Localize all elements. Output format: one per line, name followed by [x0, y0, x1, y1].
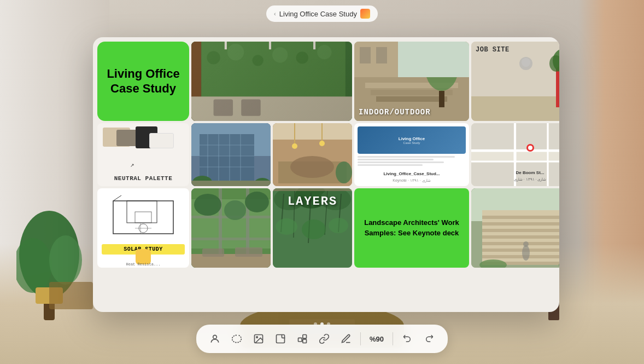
- svg-rect-120: [482, 255, 559, 258]
- indoor-outdoor-photo[interactable]: INDOOR/OUTDOOR: [354, 42, 469, 121]
- layers-label: LAYERS: [288, 195, 337, 209]
- building-exterior-photo[interactable]: [471, 188, 559, 268]
- svg-rect-40: [376, 47, 387, 63]
- svg-rect-129: [276, 335, 284, 343]
- sketch-svg: [108, 193, 179, 239]
- keynote-filename: Living_Office_Case_Stud...: [383, 171, 440, 176]
- title-card[interactable]: Living Office Case Study: [97, 42, 189, 121]
- draw-button[interactable]: [336, 329, 356, 349]
- svg-point-92: [194, 194, 221, 216]
- svg-rect-5: [113, 201, 173, 234]
- breadcrumb-back-icon: ‹: [274, 10, 276, 17]
- svg-rect-9: [135, 212, 151, 223]
- svg-rect-97: [235, 247, 262, 257]
- link-button[interactable]: [314, 329, 334, 349]
- toolbar-separator-2: [393, 332, 393, 345]
- map-svg: [471, 123, 559, 186]
- map-filename: De Boom St...: [473, 170, 559, 175]
- toolbar: %90: [196, 325, 448, 353]
- glass-building-svg: [191, 123, 271, 186]
- svg-rect-132: [303, 339, 307, 343]
- svg-point-69: [292, 143, 297, 149]
- red-vase-card[interactable]: JOB SITE: [471, 42, 559, 121]
- green-wall-2-photo[interactable]: [191, 188, 271, 268]
- svg-rect-130: [298, 338, 302, 342]
- svg-point-67: [290, 156, 334, 178]
- shapes-button[interactable]: [292, 329, 312, 349]
- toolbar-separator-1: [360, 332, 361, 345]
- neutral-palette-label: NEUTRAL PALETTE: [114, 175, 173, 182]
- svg-point-109: [329, 218, 348, 233]
- top-bar: ‹ Living Office Case Study: [0, 0, 644, 27]
- side-table: [49, 282, 93, 309]
- svg-rect-115: [482, 222, 559, 226]
- keynote-header: Living Office Case Study: [358, 126, 466, 154]
- svg-rect-117: [482, 235, 559, 239]
- redo-button[interactable]: [419, 329, 439, 349]
- layers-photo[interactable]: LAYERS: [273, 188, 352, 268]
- svg-rect-118: [482, 242, 559, 245]
- svg-line-7: [113, 195, 121, 201]
- arrow-annotation: ↗: [130, 163, 134, 168]
- svg-point-72: [336, 161, 352, 183]
- svg-rect-39: [360, 47, 371, 63]
- svg-point-93: [224, 200, 246, 220]
- svg-point-128: [256, 337, 258, 338]
- canvas-window: Living Office Case Study ↗ NEUTRAL PALET…: [93, 37, 559, 312]
- map-meta: شاری · ۱۳۹۱ · شاری: [473, 177, 559, 182]
- freeform-icon: [360, 9, 370, 19]
- svg-point-71: [319, 141, 325, 146]
- svg-rect-131: [303, 335, 307, 339]
- breadcrumb-label: Living Office Case Study: [279, 10, 357, 18]
- svg-rect-114: [482, 216, 559, 219]
- svg-point-123: [523, 241, 529, 247]
- zoom-level[interactable]: %90: [365, 335, 388, 343]
- building-ext-svg: [471, 188, 559, 268]
- lasso-button[interactable]: [227, 329, 247, 349]
- heat-resist-label: Heat Resista...: [97, 262, 189, 267]
- sketch-card[interactable]: SOLAR STUDY Heat Resista...: [97, 188, 189, 268]
- svg-point-94: [245, 192, 269, 212]
- svg-rect-44: [556, 69, 559, 107]
- svg-point-108: [302, 219, 326, 239]
- svg-point-85: [528, 146, 532, 150]
- landscape-text-card[interactable]: Landscape Architects' Work Samples: See …: [354, 188, 469, 268]
- undo-button[interactable]: [397, 329, 417, 349]
- keynote-lines: [358, 156, 466, 169]
- svg-rect-34: [376, 96, 447, 102]
- canvas-grid: Living Office Case Study ↗ NEUTRAL PALET…: [93, 37, 559, 312]
- keynote-meta: Keynote · ۱۳۹۱ · شاری: [393, 178, 430, 183]
- landscape-text: Landscape Architects' Work Samples: See …: [363, 218, 460, 238]
- svg-point-126: [213, 335, 217, 339]
- svg-rect-43: [471, 96, 559, 121]
- green-wall-photo[interactable]: [191, 42, 352, 121]
- swatches-card[interactable]: ↗ NEUTRAL PALETTE: [97, 123, 189, 186]
- indoor-outdoor-label: INDOOR/OUTDOOR: [359, 108, 465, 117]
- svg-rect-91: [191, 238, 271, 240]
- map-card[interactable]: De Boom St... شاری · ۱۳۹۱ · شاری: [471, 123, 559, 186]
- svg-rect-96: [202, 249, 224, 257]
- svg-rect-80: [549, 123, 559, 149]
- svg-rect-116: [482, 229, 559, 232]
- svg-point-49: [522, 58, 530, 67]
- svg-rect-119: [482, 249, 559, 252]
- svg-rect-64: [273, 123, 352, 140]
- sticky-button[interactable]: [271, 329, 290, 349]
- office-interior-svg: [273, 123, 352, 186]
- swatch-white: [149, 133, 174, 148]
- svg-rect-36: [439, 91, 444, 107]
- title-text: Living Office Case Study: [107, 67, 179, 96]
- svg-rect-78: [471, 123, 514, 149]
- glass-building-photo[interactable]: [191, 123, 271, 186]
- keynote-doc[interactable]: Living Office Case Study Living_Office_C…: [354, 123, 469, 186]
- svg-rect-62: [191, 181, 271, 186]
- keynote-subtitle: Case Study: [399, 141, 425, 145]
- office-interior-photo[interactable]: [273, 123, 352, 186]
- keynote-title: Living Office: [399, 136, 425, 141]
- green-wall-2-svg: [191, 188, 271, 268]
- media-button[interactable]: [249, 329, 268, 349]
- svg-point-122: [522, 245, 530, 261]
- svg-rect-110: [273, 188, 352, 191]
- breadcrumb-pill[interactable]: ‹ Living Office Case Study: [266, 5, 378, 22]
- person-button[interactable]: [205, 329, 225, 349]
